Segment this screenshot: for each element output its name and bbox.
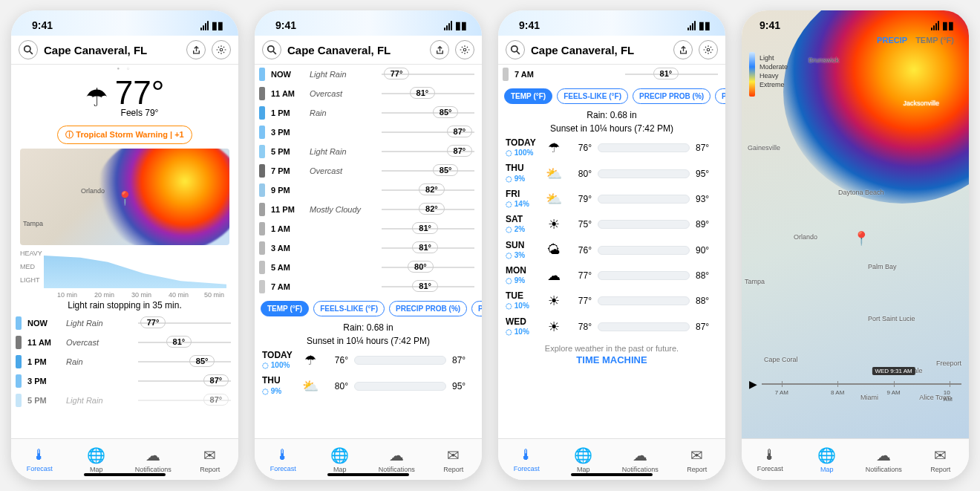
hourly-list: NOWLight Rain77°11 AMOvercast81°1 PMRain…	[255, 65, 482, 296]
current-temp: 77°	[115, 77, 165, 109]
search-icon[interactable]	[506, 40, 525, 59]
map-label-orlando: Orlando	[81, 187, 105, 195]
summary-sunset: Sunset in 10¼ hours (7:42 PM)	[498, 122, 725, 135]
map-legend: Light Moderate Heavy Extreme	[749, 52, 789, 91]
time-machine-hint: Explore weather in the past or future.	[498, 339, 725, 353]
share-icon[interactable]	[673, 40, 693, 59]
tab-forecast[interactable]: 🌡Forecast	[11, 439, 68, 480]
header-bar: Cape Canaveral, FL	[11, 36, 238, 65]
phone-4: 9:41 ▮▮ PRECIP TEMP (°F) Light Moderate …	[742, 10, 969, 480]
hour-row[interactable]: 5 AM80°	[255, 258, 482, 277]
hour-row[interactable]: 3 AM81°	[255, 238, 482, 258]
settings-icon[interactable]	[455, 40, 474, 59]
chip-more[interactable]: PRECI	[471, 301, 482, 316]
location-pin-icon: 📍	[853, 230, 869, 247]
day-row[interactable]: TODAY◌ 100%☂76°87°	[498, 135, 725, 160]
status-bar: 9:41 ▮▮	[11, 10, 238, 36]
hour-row[interactable]: 5 PM Light Rain 87°	[11, 391, 238, 410]
chip-temp[interactable]: TEMP (°F)	[261, 301, 309, 316]
tab-notifications[interactable]: ☁Notifications	[855, 439, 912, 480]
svg-line-7	[517, 51, 520, 54]
day-row[interactable]: SAT◌ 2%☀75°89°	[498, 212, 725, 237]
chart-caption: Light rain stopping in 35 min.	[11, 300, 238, 310]
tab-report[interactable]: ✉Report	[912, 439, 970, 480]
svg-line-4	[273, 51, 276, 54]
day-row[interactable]: THU◌ 9% ⛅ 80°95°	[255, 373, 482, 398]
hourly-list: NOW Light Rain 77° 11 AM Overcast 81° 1 …	[11, 313, 238, 410]
hour-row[interactable]: 9 PM82°	[255, 181, 482, 200]
settings-icon[interactable]	[699, 40, 718, 59]
hour-row[interactable]: 5 PMLight Rain87°	[255, 142, 482, 161]
intensity-chart: HEAVY MED LIGHT 10 min 20 min 30 min 40 …	[20, 250, 229, 299]
share-icon[interactable]	[186, 40, 206, 59]
hour-row[interactable]: NOWLight Rain77°	[255, 65, 482, 84]
search-icon[interactable]	[19, 40, 38, 59]
svg-point-3	[268, 46, 274, 52]
location-title[interactable]: Cape Canaveral, FL	[287, 44, 424, 56]
tab-forecast[interactable]: 🌡Forecast	[498, 439, 555, 480]
metric-chips: TEMP (°F) FEELS-LIKE (°F) PRECIP PROB (%…	[498, 84, 725, 108]
tab-map[interactable]: 🌐Map	[799, 439, 856, 480]
day-row[interactable]: SUN◌ 3%🌤76°90°	[498, 238, 725, 263]
hour-row[interactable]: 1 PM Rain 85°	[11, 352, 238, 371]
umbrella-icon: ☂	[301, 352, 320, 368]
map-timeline[interactable]: ▶ WED 9:31 AM 7 AM 8 AM 9 AM 10 AM	[749, 373, 961, 395]
hour-row[interactable]: 11 AMOvercast81°	[255, 84, 482, 103]
location-title[interactable]: Cape Canaveral, FL	[44, 44, 180, 56]
home-indicator	[327, 473, 409, 476]
chip-precip[interactable]: PRECIP PROB (%)	[633, 88, 710, 104]
day-row[interactable]: THU◌ 9%⛅80°95°	[498, 160, 725, 186]
metric-chips: TEMP (°F) FEELS-LIKE (°F) PRECIP PROB (%…	[255, 296, 482, 321]
hour-row[interactable]: 1 AM81°	[255, 219, 482, 238]
location-title[interactable]: Cape Canaveral, FL	[531, 44, 667, 56]
hour-row[interactable]: NOW Light Rain 77°	[11, 313, 238, 333]
hour-row[interactable]: 7 AM81°	[255, 277, 482, 296]
chip-feelslike[interactable]: FEELS-LIKE (°F)	[313, 301, 385, 316]
summary-rain: Rain: 0.68 in	[498, 108, 725, 122]
tab-forecast[interactable]: 🌡Forecast	[742, 439, 799, 480]
chip-more[interactable]: PRECI	[715, 88, 725, 104]
hour-row[interactable]: 3 PM87°	[255, 123, 482, 142]
tab-forecast[interactable]: 🌡Forecast	[255, 439, 312, 480]
chip-precip[interactable]: PRECIP PROB (%)	[389, 301, 467, 316]
tab-report[interactable]: ✉Report	[669, 439, 726, 480]
hour-row[interactable]: 7 AM 81°	[498, 65, 725, 84]
hour-row[interactable]: 11 PMMostly Cloudy82°	[255, 200, 482, 219]
layer-precip[interactable]: PRECIP	[874, 36, 910, 45]
chip-feelslike[interactable]: FEELS-LIKE (°F)	[557, 88, 628, 104]
day-row[interactable]: TUE◌ 10%☀77°88°	[498, 288, 725, 313]
umbrella-icon: ☂	[85, 82, 108, 112]
hour-row[interactable]: 7 PMOvercast85°	[255, 161, 482, 181]
map-layer-tabs: PRECIP TEMP (°F)	[874, 36, 957, 45]
radar-map[interactable]: Orlando Tampa 📍	[20, 149, 229, 245]
share-icon[interactable]	[430, 40, 449, 59]
play-icon[interactable]: ▶	[749, 378, 757, 390]
home-indicator	[571, 473, 653, 476]
layer-temp[interactable]: TEMP (°F)	[912, 36, 957, 45]
tab-report[interactable]: ✉Report	[182, 439, 239, 480]
day-row[interactable]: WED◌ 10%☀78°87°	[498, 314, 725, 339]
phone-3: 9:41 ▮▮ Cape Canaveral, FL 7 AM 81° TEMP…	[498, 10, 725, 480]
svg-point-5	[463, 48, 466, 51]
summary-rain: Rain: 0.68 in	[255, 321, 482, 334]
hour-row[interactable]: 3 PM 87°	[11, 371, 238, 391]
svg-point-0	[24, 46, 30, 52]
summary-sunset: Sunset in 10¼ hours (7:42 PM)	[255, 334, 482, 348]
forecast-content: 7 AM 81° TEMP (°F) FEELS-LIKE (°F) PRECI…	[498, 65, 725, 438]
tab-report[interactable]: ✉Report	[425, 439, 483, 480]
chip-temp[interactable]: TEMP (°F)	[504, 88, 552, 104]
weather-alert[interactable]: ⓘ Tropical Storm Warning | +1	[57, 126, 192, 144]
time-machine-link[interactable]: TIME MACHINE	[498, 353, 725, 371]
hour-row[interactable]: 11 AM Overcast 81°	[11, 333, 238, 352]
home-indicator	[84, 473, 166, 476]
search-icon[interactable]	[262, 40, 281, 59]
day-row[interactable]: FRI◌ 14%⛅79°93°	[498, 186, 725, 212]
current-conditions: ☂ 77° Feels 79°	[11, 72, 238, 123]
map-content[interactable]: PRECIP TEMP (°F) Light Moderate Heavy Ex…	[742, 10, 969, 438]
hour-row[interactable]: 1 PMRain85°	[255, 103, 482, 123]
svg-point-6	[512, 46, 517, 52]
day-row[interactable]: TODAY◌ 100% ☂ 76°87°	[255, 348, 482, 373]
settings-icon[interactable]	[212, 40, 231, 59]
day-row[interactable]: MON◌ 9%☁77°88°	[498, 263, 725, 288]
timeline-flag: WED 9:31 AM	[872, 367, 915, 375]
